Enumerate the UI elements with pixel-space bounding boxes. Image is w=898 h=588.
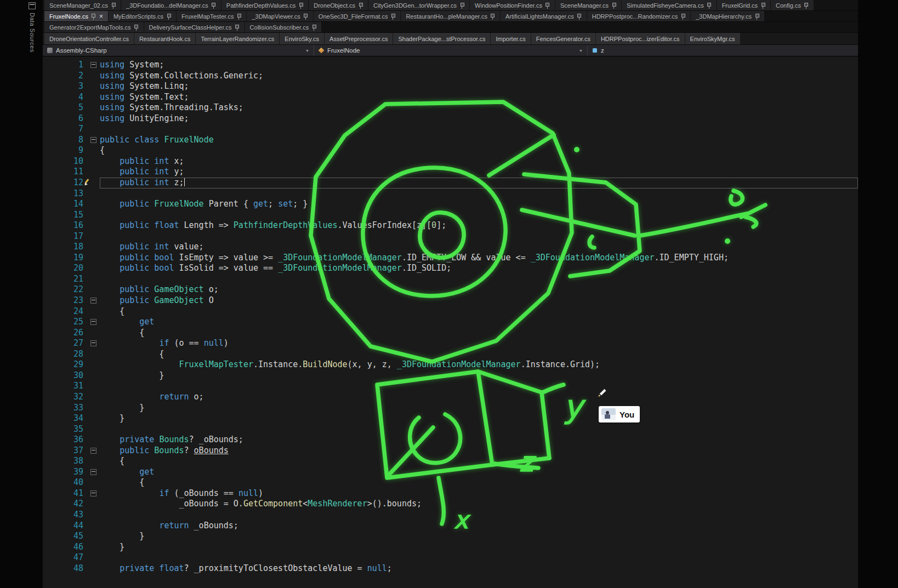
line-number[interactable]: 37 (43, 446, 87, 456)
code-line[interactable]: 11 public int y; (43, 167, 858, 178)
editor-tab[interactable]: CityGen3DGen...torWrapper.cs (368, 0, 469, 10)
code-line[interactable]: 32 return o; (43, 392, 858, 403)
code-area[interactable]: 1using System;2using System.Collections.… (43, 56, 858, 588)
editor-tab[interactable]: MyEditorScripts.cs (109, 11, 176, 21)
code-line[interactable]: 9{ (43, 145, 858, 156)
code-line[interactable]: 43 (43, 510, 858, 521)
line-number[interactable]: 48 (43, 563, 87, 574)
editor-tab[interactable]: TerrainLayerRandomizer.cs (196, 33, 279, 44)
editor-tab[interactable]: HDRPPostproc...Randomizer.cs (587, 11, 691, 21)
code-line[interactable]: 30 } (43, 370, 858, 381)
code-line[interactable]: 40 { (43, 477, 858, 488)
code-line[interactable]: 34 } (43, 413, 858, 424)
close-icon[interactable]: × (99, 13, 103, 20)
line-number[interactable]: 42 (43, 499, 87, 510)
collapse-icon[interactable] (90, 448, 96, 454)
code-line[interactable]: 29 FruxelMapTester.Instance.BuildNode(x,… (43, 359, 858, 370)
line-number[interactable]: 11 (43, 167, 87, 178)
editor-tab[interactable]: RestaurantHo...pleManager.cs (401, 11, 500, 21)
editor-tab[interactable]: PathfinderDepthValues.cs (221, 0, 308, 10)
line-number[interactable]: 30 (43, 370, 87, 381)
editor-tab[interactable]: ArtificialLightsManager.cs (501, 11, 587, 21)
line-number[interactable]: 43 (43, 510, 87, 521)
code-line[interactable]: 19 public bool IsEmpty => value >= _3DFo… (43, 253, 858, 264)
code-line[interactable]: 22 public GameObject o; (43, 284, 858, 295)
tool-tab-data-sources[interactable]: Data Sources (29, 2, 36, 53)
project-dropdown[interactable]: Assembly-CSharp ▼ (43, 45, 314, 56)
pin-icon[interactable] (490, 13, 495, 20)
line-number[interactable]: 33 (43, 403, 87, 414)
pin-icon[interactable] (111, 2, 116, 9)
editor-tab[interactable]: Importer.cs (491, 33, 530, 44)
line-number[interactable]: 41 (43, 488, 87, 499)
code-line[interactable]: 10 public int x; (43, 156, 858, 167)
fold-gutter[interactable] (87, 446, 100, 456)
line-number[interactable]: 27 (43, 338, 87, 349)
code-line[interactable]: 17 (43, 231, 858, 242)
fold-gutter[interactable] (87, 317, 100, 328)
code-line[interactable]: 41 if (_oBounds == null) (43, 488, 858, 499)
pin-icon[interactable] (390, 13, 395, 20)
editor-tab[interactable]: HDRPPostproc...izerEditor.cs (596, 33, 685, 44)
line-number[interactable]: 36 (43, 435, 87, 446)
line-number[interactable]: 28 (43, 349, 87, 360)
line-number[interactable]: 25 (43, 317, 87, 328)
code-line[interactable]: 25 get (43, 317, 858, 328)
editor-tab[interactable]: EnviroSky.cs (280, 33, 324, 44)
line-number[interactable]: 21 (43, 274, 87, 285)
fold-gutter[interactable] (87, 60, 100, 71)
code-line[interactable]: 23 public GameObject O (43, 295, 858, 306)
fold-gutter[interactable] (87, 338, 100, 349)
pin-icon[interactable] (760, 2, 765, 9)
line-number[interactable]: 16 (43, 220, 87, 231)
code-line[interactable]: 16 public float Length => PathfinderDept… (43, 220, 858, 231)
pin-icon[interactable] (91, 13, 96, 20)
collapse-icon[interactable] (90, 62, 96, 68)
fold-gutter[interactable] (87, 467, 100, 478)
line-number[interactable]: 12 (43, 178, 87, 189)
pin-icon[interactable] (707, 2, 712, 9)
pin-icon[interactable] (680, 13, 685, 20)
code-line[interactable]: 45 } (43, 531, 858, 542)
pin-icon[interactable] (311, 24, 316, 31)
editor-tab[interactable]: CollisionSubscriber.cs (245, 22, 322, 32)
editor-tab[interactable]: _3DMapHierarchy.cs (691, 11, 764, 21)
code-line[interactable]: 2using System.Collections.Generic; (43, 71, 858, 82)
pin-icon[interactable] (134, 24, 139, 31)
collapse-icon[interactable] (90, 298, 96, 304)
line-number[interactable]: 34 (43, 413, 87, 424)
code-line[interactable]: 28 { (43, 349, 858, 360)
line-number[interactable]: 26 (43, 328, 87, 339)
type-dropdown[interactable]: FruxelNode ▼ (314, 45, 588, 56)
code-line[interactable]: 1using System; (43, 60, 858, 71)
line-number[interactable]: 39 (43, 467, 87, 478)
line-number[interactable]: 38 (43, 456, 87, 467)
editor-tab[interactable]: _3DFoundatio...delManager.cs (121, 0, 221, 10)
pin-icon[interactable] (577, 13, 582, 20)
line-number[interactable]: 3 (43, 81, 87, 92)
editor-tab[interactable]: SceneManager.cs (555, 0, 621, 10)
code-line[interactable]: 31 (43, 381, 858, 392)
code-line[interactable]: 4using System.Text; (43, 92, 858, 103)
line-number[interactable]: 15 (43, 210, 87, 221)
collapse-icon[interactable] (90, 340, 96, 346)
pin-icon[interactable] (459, 2, 464, 9)
code-line[interactable]: 6using UnityEngine; (43, 113, 858, 124)
pin-icon[interactable] (235, 24, 240, 31)
collapse-icon[interactable] (90, 319, 96, 325)
line-number[interactable]: 20 (43, 263, 87, 274)
code-line[interactable]: 39 get (43, 467, 858, 478)
code-line[interactable]: 48 private float? _proximityToClosestObs… (43, 563, 858, 574)
collapse-icon[interactable] (90, 469, 96, 475)
code-line[interactable]: 20 public bool IsSolid => value == _3DFo… (43, 263, 858, 274)
editor-tab[interactable]: DroneOrientationController.cs (44, 33, 134, 44)
collapse-icon[interactable] (90, 137, 96, 143)
editor-tab[interactable]: ShaderPackage...stProcessor.cs (393, 33, 490, 44)
line-number[interactable]: 19 (43, 253, 87, 264)
editor-tab[interactable]: Generator2ExportMapTools.cs (44, 22, 144, 32)
line-number[interactable]: 4 (43, 92, 87, 103)
line-number[interactable]: 22 (43, 284, 87, 295)
editor-tab[interactable]: RestaurantHook.cs (134, 33, 196, 44)
pin-icon[interactable] (211, 2, 216, 9)
code-line[interactable]: 15 (43, 210, 858, 221)
